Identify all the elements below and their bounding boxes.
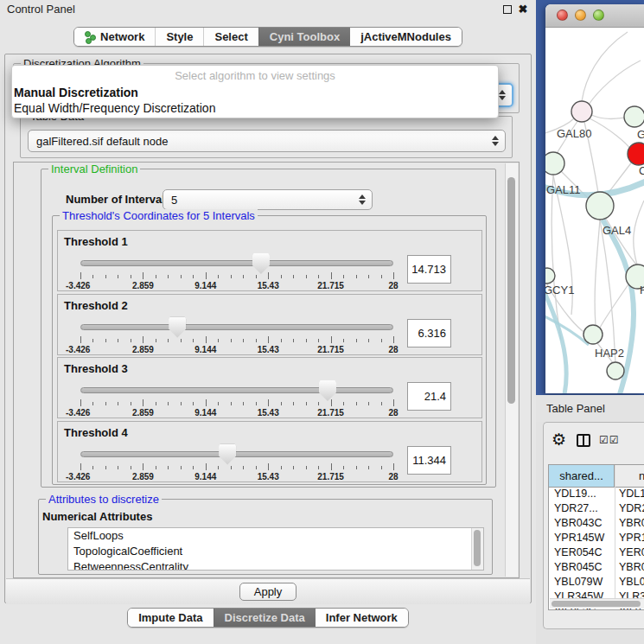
network-node-c[interactable] [628, 143, 644, 165]
combo-stepper-icon [359, 194, 366, 205]
network-node-gcy1[interactable] [545, 268, 555, 284]
scale-label: 21.715 [317, 472, 344, 481]
tick [331, 272, 332, 279]
attribute-item-selfloops[interactable]: SelfLoops [68, 528, 483, 544]
network-node[interactable] [607, 362, 624, 379]
zoom-traffic-light-icon[interactable] [593, 10, 604, 21]
float-icon [503, 5, 512, 14]
combo-stepper-icon [492, 136, 499, 146]
table-row[interactable]: YDR27...YDR2 [549, 501, 644, 516]
threshold-slider[interactable]: -3.4262.8599.14415.4321.71528 [80, 255, 393, 291]
tick [293, 466, 294, 469]
cell-shared-name: YBR043C [554, 516, 603, 531]
threshold-value-field[interactable]: 21.4 [407, 382, 451, 411]
scrollbar-thumb[interactable] [474, 530, 481, 566]
tick [206, 399, 207, 406]
network-node-g[interactable] [624, 106, 644, 127]
close-traffic-light-icon[interactable] [557, 10, 568, 21]
column-header-name[interactable]: n [615, 465, 644, 487]
tab-label: Network [100, 30, 144, 43]
threshold-value-field[interactable]: 11.344 [407, 446, 451, 475]
algorithm-option-manual[interactable]: Manual Discretization [12, 85, 498, 100]
table-row[interactable]: YER054CYER0 [549, 545, 644, 560]
table-row[interactable]: YPR145WYPR1 [549, 531, 644, 545]
close-window-button[interactable]: ✖ [517, 3, 529, 16]
table-row[interactable]: YBR045CYBR0 [549, 560, 644, 575]
control-panel-title: Control Panel [7, 3, 75, 16]
tick [218, 466, 219, 469]
node-table[interactable]: shared... n YDL19...YDL1YDR27...YDR2YBR0… [548, 464, 644, 610]
tick [306, 339, 307, 342]
apply-button[interactable]: Apply [239, 583, 296, 601]
table-data-combobox[interactable]: galFiltered.sif default node [28, 130, 506, 152]
slider-thumb[interactable] [169, 317, 186, 338]
threshold-label: Threshold 3 [64, 362, 128, 375]
tab-infer-network[interactable]: Infer Network [316, 609, 408, 627]
tick [368, 275, 369, 278]
column-header-shared-name[interactable]: shared... [549, 465, 615, 487]
network-node-gal4[interactable] [586, 192, 614, 220]
number-of-intervals-value: 5 [171, 194, 177, 207]
select-columns-icon[interactable]: ☑☑ [599, 434, 620, 446]
window-controls [557, 10, 604, 21]
float-window-button[interactable] [501, 3, 513, 16]
panel-vertical-scrollbar[interactable] [505, 163, 518, 577]
threshold-row-2: Threshold 2 -3.4262.8599.14415.4321.7152… [57, 294, 482, 355]
top-tabs-row: NetworkStyleSelectCyni ToolboxjActiveMNo… [0, 27, 536, 47]
slider-thumb[interactable] [219, 444, 236, 465]
tick [231, 339, 232, 342]
tick [156, 339, 156, 342]
gear-icon[interactable]: ⚙ [552, 430, 566, 450]
tick [318, 466, 319, 469]
column-layout-icon[interactable] [577, 434, 590, 447]
cyni-toolbox-panel: Discretization Algorithm Table Data galF… [4, 54, 532, 603]
tab-network[interactable]: Network [74, 28, 155, 46]
number-of-intervals-label: Number of Intervals [66, 193, 171, 206]
tick [343, 339, 344, 342]
tick [281, 339, 282, 342]
tab-select[interactable]: Select [203, 28, 258, 46]
tick [206, 272, 207, 279]
table-row[interactable]: YBL079WYBL0 [549, 575, 644, 590]
table-rows: YDL19...YDL1YDR27...YDR2YBR043CYBR0YPR14… [549, 487, 644, 610]
threshold-slider[interactable]: -3.4262.8599.14415.4321.71528 [80, 319, 393, 355]
threshold-slider[interactable]: -3.4262.8599.14415.4321.71528 [80, 382, 393, 418]
tick [80, 463, 81, 470]
network-node-gal80[interactable] [571, 101, 592, 122]
network-canvas[interactable]: GAL80GCGAL11GAL4GCY1HHAP2 [545, 28, 644, 393]
scale-label: 28 [388, 281, 398, 290]
scrollbar-thumb[interactable] [552, 601, 641, 607]
tab-discretize-data[interactable]: Discretize Data [214, 609, 316, 627]
scrollbar-thumb[interactable] [507, 177, 515, 404]
scale-label: -3.426 [66, 345, 90, 354]
tab-style[interactable]: Style [155, 28, 203, 46]
attribute-item-topologicalcoefficient[interactable]: TopologicalCoefficient [68, 544, 483, 559]
threshold-slider[interactable]: -3.4262.8599.14415.4321.71528 [80, 446, 393, 482]
tab-jactivemnodules[interactable]: jActiveMNodules [350, 28, 462, 46]
table-horizontal-scrollbar[interactable] [550, 598, 644, 609]
scale-label: 21.715 [317, 281, 344, 290]
network-node-hap2[interactable] [583, 325, 603, 344]
cell-name: YER0 [619, 545, 644, 560]
network-node-gal11[interactable] [545, 152, 564, 175]
tick [218, 402, 219, 405]
cell-name: YDR2 [619, 501, 644, 516]
threshold-value-field[interactable]: 14.713 [407, 255, 451, 284]
attribute-item-betweennesscentrality[interactable]: BetweennessCentrality [68, 559, 483, 571]
table-row[interactable]: YBR043CYBR0 [549, 516, 644, 531]
tab-cyni-toolbox[interactable]: Cyni Toolbox [258, 28, 350, 46]
cyni-mode-tabs: Impute DataDiscretize DataInfer Network [127, 608, 409, 628]
attributes-list-scrollbar[interactable] [471, 528, 483, 570]
numerical-attributes-list[interactable]: SelfLoopsTopologicalCoefficientBetweenne… [67, 527, 484, 571]
numerical-attributes-label: Numerical Attributes [42, 510, 152, 523]
slider-thumb[interactable] [319, 380, 336, 401]
algorithm-option-equal-width[interactable]: Equal Width/Frequency Discretization [12, 100, 498, 116]
minimize-traffic-light-icon[interactable] [575, 10, 586, 21]
tab-impute-data[interactable]: Impute Data [128, 609, 213, 627]
tick [118, 466, 118, 469]
slider-thumb[interactable] [252, 253, 270, 274]
scale-label: 2.859 [132, 281, 154, 290]
number-of-intervals-combobox[interactable]: 5 [163, 189, 373, 210]
threshold-value-field[interactable]: 6.316 [407, 319, 451, 348]
table-row[interactable]: YDL19...YDL1 [549, 487, 644, 501]
